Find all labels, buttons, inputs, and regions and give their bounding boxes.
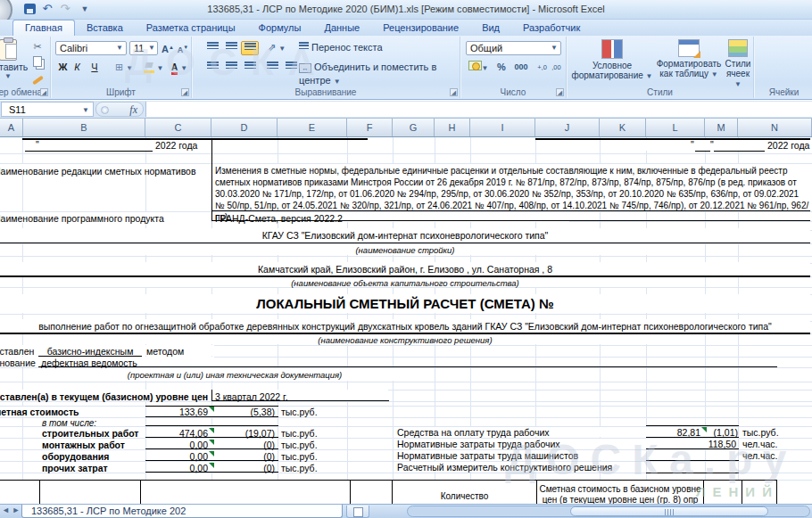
cell-product-label[interactable]: Наименование программного продукта (0, 213, 164, 224)
grow-font-button[interactable]: А▲ (161, 41, 175, 55)
sheet-nav-buttons[interactable]: ◄ ► (2, 506, 20, 514)
fx-icon[interactable]: fx (129, 103, 137, 117)
font-name-select[interactable]: Calibri▼ (55, 41, 127, 55)
column-header-f[interactable]: F (347, 119, 393, 136)
cell-stroit-value[interactable]: 474,06 (145, 428, 208, 439)
cell-total-alt[interactable]: (5,38) (212, 407, 275, 417)
cell-osnovanie[interactable]: Основание (0, 358, 36, 368)
cell-prochih-unit[interactable]: тыс.руб. (281, 463, 318, 473)
increase-decimal-button[interactable]: +,0 (535, 61, 549, 75)
cell-oborud-alt[interactable]: (0) (212, 451, 275, 462)
worksheet-grid[interactable]: " 2022 года " " 2022 года Наименование р… (0, 137, 812, 504)
insert-function-area[interactable]: fx (95, 102, 144, 117)
shrink-font-button[interactable]: А▼ (176, 41, 190, 55)
table-header-cost-line2[interactable]: цен (в текущем уровне цен (гр. 8) опр (537, 495, 703, 504)
horizontal-scrollbar[interactable] (407, 506, 810, 517)
table-header-cost[interactable]: Сметная стоимость в базисном уровне (537, 483, 703, 495)
cell-prochih-label[interactable]: прочих затрат (42, 463, 108, 473)
orientation-button[interactable]: ⇗ ▼ (265, 41, 288, 55)
scrollbar-thumb[interactable] (570, 506, 768, 516)
align-center-button[interactable] (222, 61, 240, 75)
cell-trud-rab-label[interactable]: Нормативные затраты труда рабочих (397, 439, 560, 449)
cell-stroit-label[interactable]: строительных работ (42, 428, 138, 439)
tab-formuly[interactable]: Формулы (247, 21, 313, 36)
formula-input[interactable] (145, 102, 812, 117)
cell-izmeritel-label[interactable]: Расчетный измеритель конструктивного реш… (397, 462, 612, 473)
cell-osnovanie-value[interactable]: дефектная ведомость (41, 358, 137, 368)
cell-level-value[interactable]: 3 квартал 2022 г. (215, 391, 288, 402)
column-header-a[interactable]: A (0, 119, 23, 136)
percent-style-button[interactable]: % (493, 61, 510, 75)
tab-glavnaya[interactable]: Главная (12, 20, 75, 37)
merge-center-button[interactable]: ↔ Объединить и поместить в центре ▼ (299, 61, 460, 75)
cell-oborud-unit[interactable]: тыс.руб. (281, 451, 318, 462)
format-painter-button[interactable] (29, 72, 46, 86)
wrap-text-button[interactable]: Перенос текста (299, 41, 404, 55)
tab-razmetka[interactable]: Разметка страницы (135, 21, 247, 36)
tab-razrabotchik[interactable]: Разработчик (511, 21, 592, 36)
cell-work-caption[interactable]: (наименование конструктивного решения) (0, 335, 810, 345)
font-size-select[interactable]: 11▼ (129, 41, 158, 55)
cell-work[interactable]: выполнение работ по огнезащитной обработ… (0, 321, 810, 332)
name-box[interactable]: S11▼ (1, 102, 94, 117)
column-header-d[interactable]: D (211, 119, 278, 136)
column-header-j[interactable]: J (535, 119, 600, 136)
accounting-format-button[interactable]: ▼ (466, 61, 491, 75)
cell-oplata-label[interactable]: Средства на оплату труда рабочих (397, 427, 550, 438)
cell-trud-mash-label[interactable]: Нормативные затраты труда машинистов (397, 450, 578, 461)
cell-styles-button[interactable]: Стили ячеек ▼ (724, 39, 752, 89)
increase-indent-button[interactable] (282, 61, 300, 75)
cell-montazh-label[interactable]: монтажных работ (42, 440, 125, 450)
column-header-h[interactable]: H (435, 119, 470, 136)
cell-trud-mash-unit[interactable]: чел.час. (742, 450, 777, 461)
cell-montazh-value[interactable]: 0,00 (145, 440, 208, 450)
cut-button[interactable]: ✂ (29, 40, 46, 54)
cell-method[interactable]: базисно-индексным (38, 346, 142, 357)
cell-montazh-alt[interactable]: (0) (212, 440, 275, 450)
page-title[interactable]: ЛОКАЛЬНЫЙ СМЕТНЫЙ РАСЧЕТ (СМЕТА) № (0, 296, 810, 311)
cell-prochih-value[interactable]: 0,00 (145, 463, 208, 473)
date-year-left[interactable]: 2022 года (155, 140, 197, 151)
font-dialog-launcher-icon[interactable]: ◢ (181, 88, 189, 96)
cell-stroyka-caption[interactable]: (наименование стройки) (0, 245, 810, 255)
date-year-right[interactable]: 2022 года (767, 140, 809, 151)
italic-button[interactable]: К (70, 61, 84, 75)
number-format-select[interactable]: Общий▼ (466, 41, 561, 55)
cell-total-label[interactable]: Сметная стоимость (0, 407, 79, 417)
cell-stroit-unit[interactable]: тыс.руб. (281, 428, 318, 439)
date-quote-left[interactable]: " (36, 139, 39, 150)
cell-oplata-unit[interactable]: тыс.руб. (742, 427, 779, 438)
cell-address[interactable]: Камчатский край, Елизовский район, г. Ел… (0, 264, 810, 275)
borders-button[interactable]: ⊞ ▼ (111, 61, 137, 75)
column-header-c[interactable]: C (145, 119, 211, 136)
align-right-button[interactable] (241, 61, 259, 75)
font-color-button[interactable]: А ▼ (168, 61, 191, 75)
date-quote-right-open[interactable]: " (691, 139, 694, 150)
column-header-k[interactable]: K (600, 119, 646, 136)
cell-montazh-unit[interactable]: тыс.руб. (281, 440, 318, 450)
align-top-button[interactable] (203, 41, 221, 55)
cell-trud-rab-value[interactable]: 118,50 (625, 439, 736, 449)
decrease-indent-button[interactable] (263, 61, 281, 75)
table-header-quantity[interactable]: Количество (393, 491, 536, 501)
cell-prochih-alt[interactable]: (0) (212, 463, 275, 473)
format-as-table-button[interactable]: Форматировать как таблицу ▼ (656, 39, 722, 79)
cell-stroit-alt[interactable]: (19,07) (212, 428, 275, 439)
date-quote-right-close[interactable]: " (710, 139, 714, 150)
cell-oplata-value[interactable]: 82,81 (625, 427, 700, 438)
column-header-i[interactable]: I (470, 119, 535, 136)
cell-oborud-label[interactable]: оборудования (42, 451, 109, 462)
cell-doc-caption[interactable]: (проектная и (или) иная техническая доку… (38, 370, 431, 380)
tab-vid[interactable]: Вид (470, 21, 511, 36)
sheet-tab[interactable]: 133685,31 - ЛСР по Методике 202 (21, 505, 343, 518)
cell-address-caption[interactable]: (наименование объекта капитального строи… (0, 278, 810, 288)
align-left-button[interactable] (203, 61, 221, 75)
bold-button[interactable]: Ж (56, 61, 70, 75)
cell-sostavlen[interactable]: Составлен (0, 346, 34, 357)
cell-redaction-label[interactable]: Наименование редакции сметных нормативов (0, 166, 196, 177)
align-middle-button[interactable] (222, 41, 240, 55)
cell-vtomchisle[interactable]: в том числе: (42, 418, 96, 428)
cell-method-suffix[interactable]: методом (146, 346, 184, 357)
cell-level-label[interactable]: Составлен(а) в текущем (базисном) уровне… (0, 391, 208, 402)
column-header-l[interactable]: L (646, 119, 705, 136)
